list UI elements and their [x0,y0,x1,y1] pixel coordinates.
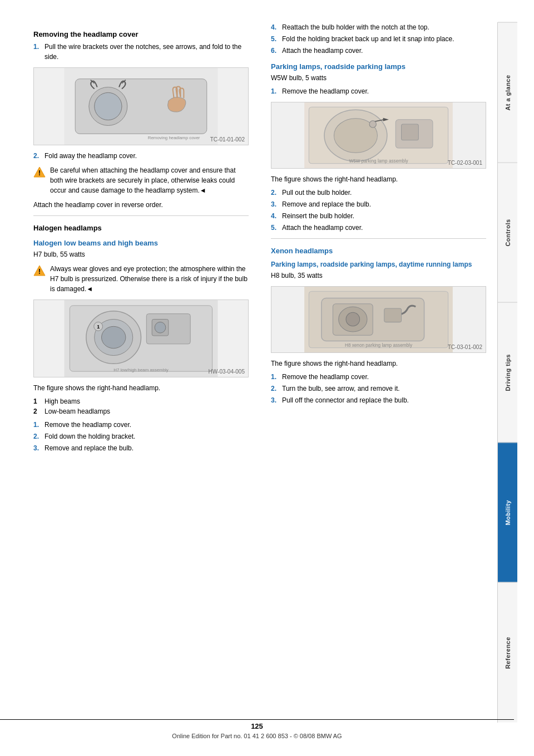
step-3-1: 1. Remove the headlamp cover. [271,86,486,96]
footer-divider [0,719,514,720]
step-4-1: 1. Remove the headlamp cover. [271,372,486,382]
step-3-5: 5. Attach the headlamp cover. [271,223,486,233]
attach-text: Attach the headlamp cover in reverse ord… [33,200,249,210]
page-footer: 125 Online Edition for Part no. 01 41 2 … [0,719,514,739]
figure-parking-lamp: W5W parking lamp assembly TC-02-03-001 [271,102,486,169]
step-c-6: 6. Attach the headlamp cover. [271,46,486,56]
step-4-3: 3. Pull off the connector and replace th… [271,395,486,405]
footer-text: Online Edition for Part no. 01 41 2 600 … [0,733,514,739]
section-divider-2 [271,238,486,239]
bold-item-1: 1 High beams [33,396,249,406]
svg-point-3 [95,92,122,120]
step-3-2: 2. Pull out the bulb holder. [271,188,486,198]
halogen-heading: Halogen headlamps [33,224,249,232]
step-3-3: 3. Remove and replace the bulb. [271,199,486,209]
svg-text:!: ! [38,169,41,177]
figure-wire-brackets: Removing headlamp cover TC-01-01-002 [33,67,249,145]
removing-heading: Removing the headlamp cover [33,30,249,38]
svg-rect-29 [402,124,419,140]
section-divider-1 [33,215,249,216]
warning-box-1: ! Be careful when attaching the headlamp… [33,165,249,195]
svg-text:!: ! [38,268,41,276]
xenon-heading: Xenon headlamps [271,247,486,255]
sidebar-tab-reference[interactable]: Reference [498,582,517,723]
svg-rect-39 [384,308,402,322]
page-number: 125 [0,722,514,730]
figure2-caption: The figure shows the right-hand headlamp… [33,383,249,393]
figure4-caption: The figure shows the right-hand headlamp… [271,359,486,369]
warning-text-1: Be careful when attaching the headlamp c… [50,165,249,195]
warning-icon-2: ! [33,264,46,277]
sidebar: At a glance Controls Driving tips Mobili… [497,22,517,723]
left-column: Removing the headlamp cover 1. Pull the … [33,22,254,723]
svg-point-38 [346,312,360,326]
sidebar-tab-controls[interactable]: Controls [498,163,517,303]
sidebar-tab-mobility[interactable]: Mobility [498,443,517,583]
section4-steps: 1. Remove the headlamp cover. 2. Turn th… [271,372,486,405]
h7-bulb-spec: H7 bulb, 55 watts [33,249,249,259]
parking-lamps-heading: Parking lamps, roadside parking lamps [271,62,486,71]
w5w-bulb-spec: W5W bulb, 5 watts [271,73,486,83]
figure3-caption: The figure shows the right-hand headlamp… [271,174,486,184]
step-1-1: 1. Pull the wire brackets over the notch… [33,42,249,62]
halogen-sub-heading: Halogen low beams and high beams [33,239,249,247]
section2-steps: 1. Remove the headlamp cover. 2. Fold do… [33,420,249,453]
step-1-2: 2. Fold away the headlamp cover. [33,151,249,161]
bold-item-2: 2 Low-beam headlamps [33,406,249,416]
svg-text:1: 1 [97,324,100,330]
section3-steps1: 1. Remove the headlamp cover. [271,86,486,96]
step-2-2: 2. Fold down the holding bracket. [33,431,249,441]
svg-text:W5W parking lamp assembly: W5W parking lamp assembly [349,159,408,164]
h8-bulb-spec: H8 bulb, 35 watts [271,271,486,281]
bold-list: 1 High beams 2 Low-beam headlamps [33,396,249,416]
step-2-3: 3. Remove and replace the bulb. [33,443,249,453]
step-3-4: 4. Reinsert the bulb holder. [271,211,486,221]
section1-steps: 1. Pull the wire brackets over the notch… [33,42,249,62]
step-4-2: 2. Turn the bulb, see arrow, and remove … [271,384,486,394]
warning-text-2: Always wear gloves and eye protection; t… [50,264,249,294]
step-c-5: 5. Fold the holding bracket back up and … [271,34,486,44]
svg-point-22 [155,322,166,333]
step-2-1: 1. Remove the headlamp cover. [33,420,249,430]
sidebar-tab-at-a-glance[interactable]: At a glance [498,22,517,163]
svg-point-31 [369,121,376,127]
warning-box-2: ! Always wear gloves and eye protection;… [33,264,249,294]
svg-point-15 [102,326,126,348]
svg-text:H8 xenon parking lamp assembly: H8 xenon parking lamp assembly [345,343,413,348]
section1-step2: 2. Fold away the headlamp cover. [33,151,249,161]
right-column: 4. Reattach the bulb holder with the not… [265,22,486,723]
svg-text:H7 low/high beam assembly: H7 low/high beam assembly [113,367,169,372]
continued-steps: 4. Reattach the bulb holder with the not… [271,22,486,56]
figure-xenon: H8 xenon parking lamp assembly TC-03-01-… [271,286,486,353]
step-c-4: 4. Reattach the bulb holder with the not… [271,22,486,32]
figure-halogen: 1 2 H7 low/high beam assembly HW-03-04-0… [33,300,249,377]
section3-steps2: 2. Pull out the bulb holder. 3. Remove a… [271,188,486,233]
xenon-sub-heading: Parking lamps, roadside parking lamps, d… [271,261,486,268]
warning-icon-1: ! [33,166,46,178]
svg-text:Removing headlamp cover: Removing headlamp cover [148,135,200,140]
sidebar-tab-driving-tips[interactable]: Driving tips [498,302,517,443]
